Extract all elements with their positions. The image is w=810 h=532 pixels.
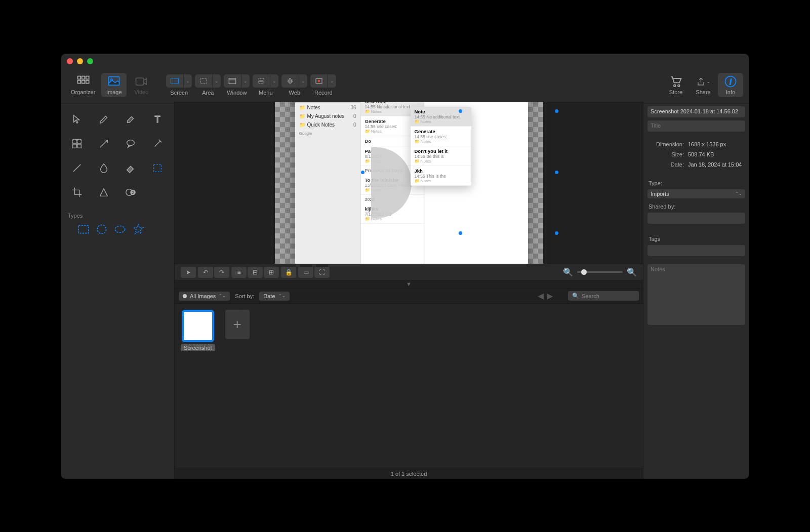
selection-handle[interactable] [459, 109, 462, 113]
circle-shape[interactable] [95, 223, 108, 236]
globe-icon [281, 74, 299, 88]
store-button[interactable]: Store [663, 73, 688, 97]
thumbnail-browser: Screenshot + [175, 303, 643, 468]
screenshot-image[interactable]: ▦ iCloud 📁All iCloud36 📁Notes36 📁My Augu… [275, 102, 543, 264]
area-capture-button[interactable]: ⌄ Area [195, 74, 221, 96]
search-input[interactable]: 🔍 Search [568, 291, 639, 301]
svg-point-21 [674, 85, 676, 87]
organizer-tab[interactable]: Organizer [67, 73, 99, 97]
selection-handle[interactable] [361, 171, 364, 174]
pencil-tool[interactable] [93, 109, 115, 130]
svg-rect-3 [78, 80, 81, 84]
align3-button[interactable]: ⊞ [264, 267, 279, 278]
screen-icon [166, 74, 183, 88]
selection-handle[interactable] [555, 231, 558, 235]
align2-button[interactable]: ⊟ [248, 267, 263, 278]
record-button[interactable]: ⌄ Record [310, 74, 336, 96]
type-label: Type: [647, 180, 745, 186]
svg-rect-36 [78, 225, 89, 233]
stamp-tool[interactable] [66, 134, 88, 154]
zoom-out-icon[interactable]: 🔍 [563, 267, 573, 277]
add-thumbnail[interactable]: + [225, 310, 250, 462]
callout-tool[interactable] [119, 134, 142, 154]
canvas[interactable]: ▦ iCloud 📁All iCloud36 📁Notes36 📁My Augu… [175, 102, 643, 264]
selection-handle[interactable] [555, 109, 558, 113]
svg-text:T: T [154, 114, 160, 125]
fit-button[interactable]: ▭ [298, 267, 313, 278]
lock-button[interactable]: 🔒 [281, 267, 296, 278]
crop-tool[interactable] [66, 182, 88, 202]
tags-field[interactable] [647, 245, 745, 256]
info-icon: i [723, 75, 738, 88]
actual-button[interactable]: ⛶ [314, 267, 330, 278]
undo-button[interactable]: ↶ [198, 267, 213, 278]
filename-field[interactable]: Screenshot 2024-01-18 at 14.56.02 [647, 106, 745, 117]
svg-rect-0 [78, 76, 81, 79]
cursor-button[interactable]: ➤ [181, 267, 196, 278]
image-icon [107, 75, 121, 88]
chevron-down-icon[interactable]: ⌄ [328, 74, 336, 88]
prev-arrow-icon[interactable]: ◀ [538, 291, 544, 301]
menu-capture-button[interactable]: ⌄ Menu [253, 74, 278, 96]
share-button[interactable]: ⌄ Share [691, 73, 716, 97]
types-label: Types [66, 213, 169, 219]
star-shape[interactable] [132, 223, 145, 236]
highlighter-tool[interactable] [119, 109, 142, 130]
select-tool[interactable] [146, 158, 169, 178]
status-bar: 1 of 1 selected [175, 468, 643, 479]
chevron-down-icon[interactable]: ⌄ [184, 74, 192, 88]
notes-field[interactable]: Notes [647, 264, 745, 325]
shared-field[interactable] [647, 213, 745, 224]
svg-point-38 [115, 226, 125, 232]
selection-handle[interactable] [555, 171, 558, 174]
eraser-tool[interactable] [119, 158, 142, 178]
svg-point-37 [97, 225, 106, 233]
video-tab[interactable]: Video [129, 73, 154, 97]
tool-panel: T 2 Types [61, 102, 175, 479]
titlebar[interactable] [61, 54, 749, 69]
next-arrow-icon[interactable]: ▶ [547, 291, 553, 301]
sort-label: Sort by: [235, 293, 254, 299]
pen-tool[interactable] [146, 134, 169, 154]
shape-tool[interactable] [93, 182, 115, 202]
thumbnail-label: Screenshot [181, 344, 215, 351]
grid-icon [76, 75, 90, 88]
minimize-icon[interactable] [77, 58, 83, 64]
record-icon [310, 74, 328, 88]
floating-notes-list: Note14:55 No additional text📁 Notes Gene… [411, 107, 471, 186]
rect-shape[interactable] [77, 223, 90, 236]
selection-handle[interactable] [459, 231, 462, 235]
video-icon [134, 75, 148, 88]
shape-types [66, 223, 169, 236]
title-field[interactable]: Title [647, 120, 745, 132]
fullscreen-icon[interactable] [87, 58, 93, 64]
zoom-in-icon[interactable]: 🔍 [627, 267, 637, 277]
screen-capture-button[interactable]: ⌄ Screen [166, 74, 192, 96]
zoom-slider[interactable] [577, 271, 623, 273]
area-icon [195, 74, 212, 88]
chevron-down-icon[interactable]: ⌄ [270, 74, 278, 88]
pointer-tool[interactable] [66, 109, 88, 130]
arrow-tool[interactable] [93, 134, 115, 154]
numbered-tool[interactable]: 2 [119, 182, 142, 202]
redo-button[interactable]: ↷ [214, 267, 229, 278]
blur-tool[interactable] [93, 158, 115, 178]
line-tool[interactable] [66, 158, 88, 178]
window-capture-button[interactable]: ⌄ Window [224, 74, 250, 96]
web-capture-button[interactable]: ⌄ Web [281, 74, 307, 96]
chevron-down-icon[interactable]: ⌄ [213, 74, 221, 88]
thumbnail-item[interactable]: Screenshot [181, 310, 215, 462]
image-tab[interactable]: Image [101, 73, 127, 97]
divider-handle[interactable]: ▼ [175, 280, 643, 288]
close-icon[interactable] [67, 58, 73, 64]
chevron-down-icon[interactable]: ⌄ [241, 74, 250, 88]
filter-select[interactable]: All Images⌃⌄ [179, 292, 230, 301]
text-tool[interactable]: T [146, 109, 169, 130]
ellipse-shape[interactable] [113, 223, 127, 236]
chevron-down-icon[interactable]: ⌄ [299, 74, 307, 88]
align-button[interactable]: ≡ [231, 267, 247, 278]
info-button[interactable]: i Info [718, 73, 743, 97]
sort-select[interactable]: Date⌃⌄ [259, 292, 289, 301]
type-select[interactable]: Imports⌃⌄ [647, 189, 745, 198]
size-value: 508.74 KB [684, 151, 744, 157]
